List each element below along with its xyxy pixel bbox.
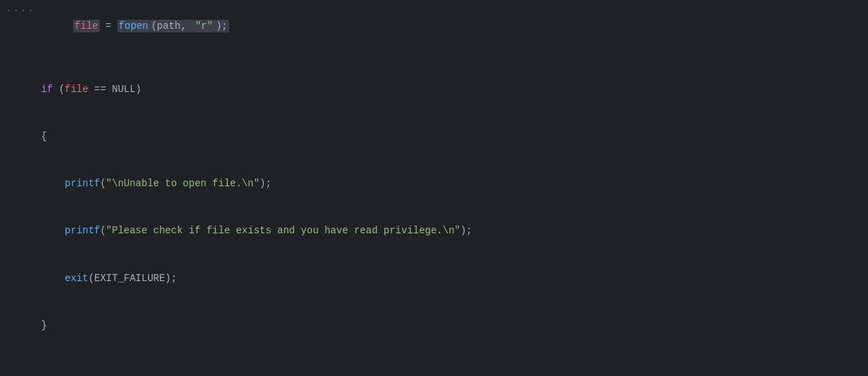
code-line-4: { — [0, 113, 868, 160]
line-content: printf("\nUnable to open file.\n"); — [6, 160, 857, 207]
code-line-10: characters = words = lines = 0; — [0, 365, 868, 376]
code-line-9 — [0, 349, 868, 365]
line-content — [6, 50, 857, 65]
dots-indicator: ···· — [6, 3, 35, 18]
line-content: } — [6, 302, 857, 349]
line-content: if (file == NULL) — [6, 66, 857, 113]
code-line-1: ···· file = fopen(path, "r"); — [0, 3, 868, 50]
line-content — [6, 349, 857, 365]
code-line-3: if (file == NULL) — [0, 66, 868, 113]
code-line-7: exit(EXIT_FAILURE); — [0, 254, 868, 302]
code-line-6: printf("Please check if file exists and … — [0, 207, 868, 254]
line-content: exit(EXIT_FAILURE); — [6, 254, 857, 302]
code-line-8: } — [0, 302, 868, 349]
code-editor: ···· file = fopen(path, "r"); if (file =… — [0, 0, 868, 376]
line-content: { — [6, 113, 857, 160]
code-line-2 — [0, 50, 868, 65]
line-content: file = fopen(path, "r"); — [38, 3, 857, 50]
code-line-5: printf("\nUnable to open file.\n"); — [0, 160, 868, 207]
line-content: printf("Please check if file exists and … — [6, 207, 857, 254]
line-content: characters = words = lines = 0; — [6, 365, 857, 376]
